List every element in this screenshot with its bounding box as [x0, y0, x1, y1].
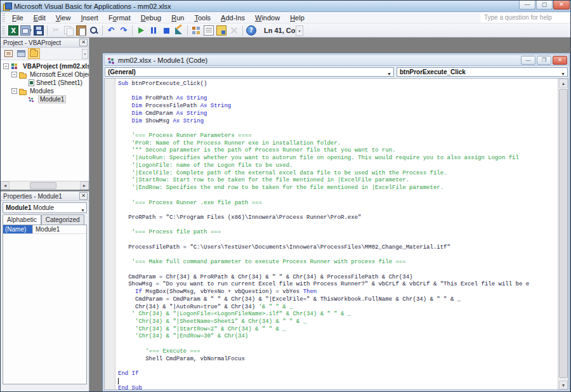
code-vertical-scrollbar[interactable]: ▲ ▼: [558, 79, 568, 389]
code-line[interactable]: 'Chr(34) & "|EndRow=30" & Chr(34): [118, 333, 557, 341]
find-button[interactable]: [88, 25, 100, 36]
project-explorer-button[interactable]: [190, 25, 202, 36]
view-code-button[interactable]: [3, 48, 15, 59]
code-line[interactable]: '|StartRow: Start row to be taken for th…: [118, 177, 557, 185]
maximize-button[interactable]: ▢: [536, 1, 553, 10]
code-line[interactable]: [118, 88, 557, 96]
code-line[interactable]: ProRPath = "C:\Program Files (x86)\Innow…: [118, 214, 557, 222]
code-line[interactable]: 'ProR: Name of the Process Runner exe in…: [118, 140, 557, 148]
menu-item-file[interactable]: File: [7, 12, 29, 23]
code-line[interactable]: [118, 222, 557, 230]
menu-item-format[interactable]: Format: [103, 12, 136, 23]
code-line[interactable]: End If: [118, 370, 557, 378]
tree-item-sheet1-sheet1[interactable]: Sheet1 (Sheet1): [1, 79, 89, 87]
tab-alphabetic[interactable]: Alphabetic: [3, 214, 41, 225]
properties-window-button[interactable]: [202, 25, 215, 36]
code-line[interactable]: [118, 207, 557, 214]
help-question-input[interactable]: Type a question for help: [480, 13, 569, 23]
view-excel-button[interactable]: X: [7, 25, 20, 36]
procedure-dropdown[interactable]: btnProrExecute_Click ▼: [397, 67, 568, 77]
break-button[interactable]: [147, 25, 160, 36]
code-line[interactable]: Sub btnProrExecute_Click(): [118, 81, 557, 88]
toggle-folders-button[interactable]: [28, 48, 40, 59]
menu-item-view[interactable]: View: [51, 12, 76, 23]
reset-button[interactable]: [160, 25, 173, 36]
code-line[interactable]: '|ExcelFile: Complete path of the extern…: [118, 170, 557, 178]
view-object-button[interactable]: [15, 48, 27, 59]
tree-item-module1[interactable]: Module1: [1, 95, 89, 103]
menu-item-edit[interactable]: Edit: [29, 12, 51, 23]
code-line[interactable]: [118, 378, 557, 386]
property-row[interactable]: (Name)Module1: [3, 225, 86, 234]
properties-panel-close-icon[interactable]: ✕: [79, 192, 88, 200]
tab-categorized[interactable]: Categorized: [41, 214, 84, 225]
tree-collapse-icon[interactable]: −: [3, 63, 9, 69]
code-restore-button[interactable]: ❐: [537, 56, 551, 65]
code-line[interactable]: 'Chr(34) & "|StartRow=2" & Chr(34) & " "…: [118, 326, 557, 334]
menu-item-run[interactable]: Run: [166, 12, 189, 23]
property-value-cell[interactable]: Module1: [33, 225, 86, 233]
tree-collapse-icon[interactable]: −: [11, 72, 17, 77]
insert-userform-button[interactable]: ▾: [20, 25, 32, 36]
redo-button[interactable]: ↷: [117, 25, 130, 36]
code-line[interactable]: '** Second parameter is the path of Proc…: [118, 147, 557, 155]
code-line[interactable]: '|AutoRun: Specifies whether you want to…: [118, 155, 557, 162]
help-button[interactable]: ?: [245, 25, 258, 36]
code-line[interactable]: ProcessFilePath = "C:\Users\TestUser\Doc…: [118, 244, 557, 252]
code-line[interactable]: ' Chr(34) & "|LogonFile=<LogonFileName>.…: [118, 311, 557, 318]
code-line[interactable]: 'Chr(34) & "|SheetName=Sheet1" & Chr(34)…: [118, 318, 557, 326]
code-line[interactable]: [118, 192, 557, 200]
undo-button[interactable]: ↶: [105, 25, 117, 36]
code-line[interactable]: If MsgBox(ShowMsg, vbYesNo + vbQuestion)…: [118, 289, 557, 296]
project-horizontal-scrollbar[interactable]: ◄ ►: [1, 181, 89, 190]
code-line[interactable]: '=== Process Runner Parameters ====: [118, 133, 557, 140]
minimize-button[interactable]: —: [519, 1, 535, 10]
scroll-right-icon[interactable]: ►: [80, 181, 89, 190]
code-line[interactable]: End Sub: [118, 385, 557, 389]
scroll-thumb[interactable]: [559, 89, 568, 378]
code-line[interactable]: [118, 363, 557, 370]
properties-object-combo[interactable]: Module1 Module ▼: [3, 202, 87, 213]
scroll-up-icon[interactable]: ▲: [559, 79, 568, 88]
tree-item-microsoft-excel-objects[interactable]: −Microsoft Excel Objects: [1, 70, 89, 79]
code-line[interactable]: [118, 252, 557, 259]
code-line[interactable]: Dim ProRPath As String: [118, 95, 557, 103]
tree-item-modules[interactable]: −Modules: [1, 87, 89, 95]
code-line[interactable]: [118, 341, 557, 348]
code-line[interactable]: '|EndRow: Specifies the end row to be ta…: [118, 185, 557, 192]
close-button[interactable]: ✕: [553, 1, 570, 10]
code-window-titlebar[interactable]: mm02.xlsx - Module1 (Code) — ❐ ✕: [104, 55, 568, 66]
toolbar-overflow-button[interactable]: ▾: [296, 25, 303, 36]
project-toolbar-overflow-button[interactable]: ▾: [82, 49, 88, 59]
menu-item-insert[interactable]: Insert: [75, 12, 103, 23]
code-minimize-button[interactable]: —: [521, 56, 535, 65]
toolbar-grip-handle[interactable]: [2, 26, 5, 35]
project-panel-close-icon[interactable]: ✕: [79, 39, 88, 46]
code-line[interactable]: ShowMsg = "Do you want to run current Ex…: [118, 281, 557, 289]
scroll-left-icon[interactable]: ◄: [1, 181, 10, 190]
menu-item-help[interactable]: Help: [285, 12, 310, 23]
menu-item-window[interactable]: Window: [250, 12, 285, 23]
code-line[interactable]: '=== Execute ===: [118, 348, 557, 356]
design-mode-button[interactable]: [173, 25, 185, 36]
save-button[interactable]: [32, 25, 45, 36]
code-line[interactable]: Dim ShowMsg As String: [118, 118, 557, 126]
object-browser-button[interactable]: [215, 25, 228, 36]
code-line[interactable]: [118, 266, 557, 274]
code-line[interactable]: '=== Process file path ===: [118, 229, 557, 237]
code-close-button[interactable]: ✕: [553, 56, 567, 65]
menubar-grip-handle[interactable]: [2, 13, 5, 22]
run-button[interactable]: [135, 25, 147, 36]
menu-item-addins[interactable]: Add-Ins: [216, 12, 250, 23]
scroll-down-icon[interactable]: ▼: [559, 381, 568, 389]
code-line[interactable]: CmdParam = CmdParam & " " & Chr(34) & "|…: [118, 296, 557, 304]
code-line[interactable]: Shell CmdParam, vbNormalFocus: [118, 356, 557, 363]
code-line[interactable]: Dim ProcessFilePath As String: [118, 103, 557, 110]
code-line[interactable]: [118, 237, 557, 244]
breakpoint-margin[interactable]: [105, 79, 115, 389]
menu-item-tools[interactable]: Tools: [189, 12, 216, 23]
code-line[interactable]: CmdParam = Chr(34) & ProRPath & Chr(34) …: [118, 274, 557, 282]
tree-item-vbaproject-mm02-xlsx[interactable]: −VBAProject (mm02.xlsx): [1, 62, 89, 70]
property-name-cell[interactable]: (Name): [3, 225, 33, 233]
tree-collapse-icon[interactable]: −: [11, 88, 17, 94]
